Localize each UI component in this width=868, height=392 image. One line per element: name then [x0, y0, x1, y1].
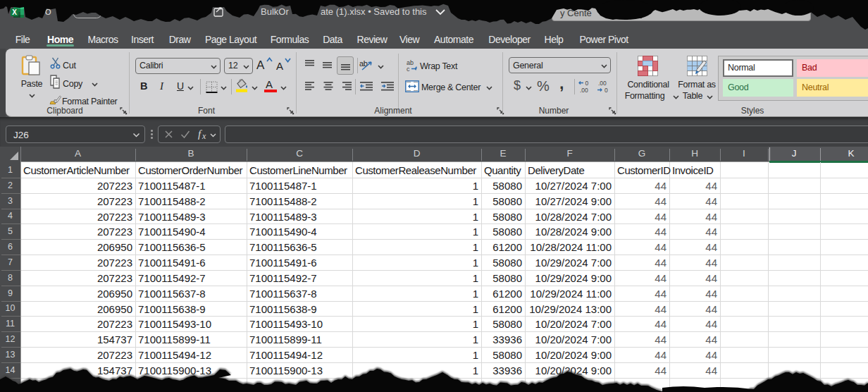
- svg-text:0: 0: [585, 80, 589, 87]
- svg-text:.00: .00: [580, 87, 588, 94]
- svg-text:.00: .00: [598, 80, 607, 87]
- svg-text:c: c: [407, 66, 410, 73]
- svg-text:0: 0: [604, 87, 608, 94]
